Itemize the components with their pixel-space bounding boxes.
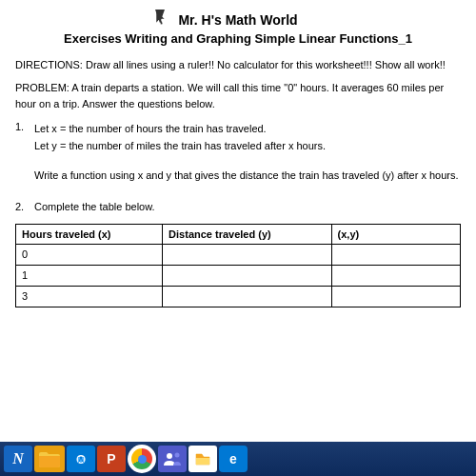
svg-point-7	[175, 453, 180, 458]
q1-write-function: Write a function using x and y that give…	[34, 168, 459, 184]
question-2: 2. Complete the table below. Hours trave…	[15, 201, 461, 307]
file-explorer-icon	[192, 448, 213, 469]
powerpoint-icon: P	[101, 448, 122, 469]
table-row: 3	[16, 286, 461, 307]
svg-text:P: P	[107, 451, 115, 466]
row0-distance	[163, 244, 331, 265]
row1-hours: 1	[16, 265, 163, 286]
file-explorer-button[interactable]	[188, 446, 217, 472]
svg-text:M: M	[77, 455, 85, 465]
subtitle: Exercises Writing and Graphing Simple Li…	[15, 30, 461, 48]
powerpoint-button[interactable]: P	[97, 446, 126, 472]
svg-point-6	[167, 453, 172, 459]
title-section: Mr. H's Math World Exercises Writing and…	[15, 11, 461, 48]
edge-icon: e	[223, 448, 244, 469]
row0-hours: 0	[16, 244, 163, 265]
row1-distance	[163, 265, 331, 286]
onenote-label: N	[12, 450, 24, 467]
chrome-button[interactable]	[128, 445, 156, 473]
table-header-distance: Distance traveled (y)	[163, 224, 331, 244]
q1-var-x: Let x = the number of hours the train ha…	[34, 121, 459, 138]
q2-label: Complete the table below.	[34, 201, 155, 212]
teams-button[interactable]	[158, 446, 187, 472]
chrome-icon	[131, 448, 152, 469]
table-header-xy: (x,y)	[331, 224, 460, 244]
table-header-hours: Hours traveled (x)	[16, 224, 163, 244]
q1-var-y: Let y = the number of miles the train ha…	[34, 138, 459, 155]
q1-number: 1.	[15, 121, 34, 132]
teams-icon	[162, 448, 183, 469]
problem-text: PROBLEM: A train departs a station. We w…	[15, 80, 461, 111]
svg-rect-5	[162, 448, 183, 469]
row1-xy	[331, 265, 460, 286]
onenote-button[interactable]: N	[4, 446, 32, 472]
q2-number: 2.	[15, 201, 34, 212]
data-table: Hours traveled (x) Distance traveled (y)…	[15, 224, 461, 307]
row2-distance	[163, 286, 331, 307]
page-content: Mr. H's Math World Exercises Writing and…	[0, 0, 476, 307]
edge-button[interactable]: e	[219, 446, 248, 472]
folder-button[interactable]	[34, 446, 65, 472]
q1-content: Let x = the number of hours the train ha…	[34, 121, 459, 184]
svg-text:e: e	[229, 451, 237, 466]
question-1: 1. Let x = the number of hours the train…	[15, 121, 461, 184]
directions-text: DIRECTIONS: Draw all lines using a ruler…	[15, 57, 461, 73]
folder-icon	[39, 450, 60, 467]
outlook-icon: O M	[70, 448, 91, 469]
main-title: Mr. H's Math World	[15, 11, 461, 30]
taskbar: N O M P	[0, 442, 476, 476]
outlook-button[interactable]: O M	[67, 446, 95, 472]
row0-xy	[331, 244, 460, 265]
table-row: 0	[16, 244, 461, 265]
table-row: 1	[16, 265, 461, 286]
row2-hours: 3	[16, 286, 163, 307]
row2-xy	[331, 286, 460, 307]
